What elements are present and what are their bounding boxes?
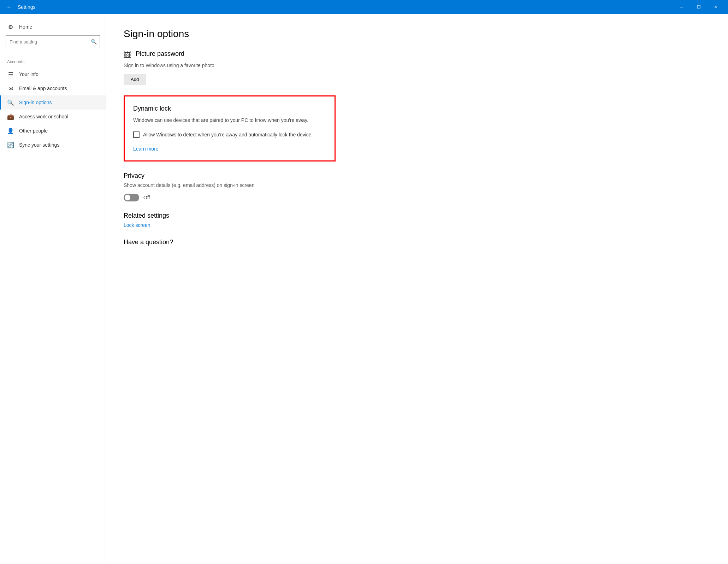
privacy-desc: Show account details (e.g. email address…	[124, 182, 710, 188]
email-icon: ✉	[7, 85, 14, 92]
dynamic-lock-checkbox-row: Allow Windows to detect when you're away…	[133, 131, 326, 139]
sidebar-item-sign-in-options[interactable]: 🔍 Sign-in options	[0, 95, 106, 110]
people-icon: 👤	[7, 127, 14, 134]
sidebar-item-email-accounts[interactable]: ✉ Email & app accounts	[0, 81, 106, 95]
sidebar-item-other-people[interactable]: 👤 Other people	[0, 124, 106, 138]
dynamic-lock-checkbox[interactable]	[133, 131, 140, 138]
sign-in-icon: 🔍	[7, 99, 14, 106]
window-controls: ─ ☐ ✕	[674, 0, 724, 14]
picture-password-title: Picture password	[136, 50, 184, 58]
sidebar-item-email-label: Email & app accounts	[19, 86, 67, 91]
dynamic-lock-title: Dynamic lock	[133, 105, 326, 112]
titlebar-title: Settings	[18, 4, 670, 10]
sidebar-item-people-label: Other people	[19, 128, 48, 134]
back-button[interactable]: ←	[4, 2, 14, 12]
sidebar-home-label: Home	[19, 24, 32, 30]
main-content: Sign-in options 🖼 Picture password Sign …	[106, 14, 728, 564]
related-settings-section: Related settings Lock screen	[124, 212, 710, 228]
maximize-button[interactable]: ☐	[691, 0, 707, 14]
search-button[interactable]: 🔍	[88, 36, 100, 48]
titlebar: ← Settings ─ ☐ ✕	[0, 0, 728, 14]
dynamic-lock-checkbox-label[interactable]: Allow Windows to detect when you're away…	[143, 131, 312, 139]
sidebar-item-work-label: Access work or school	[19, 114, 68, 119]
your-info-icon: ☰	[7, 71, 14, 78]
sidebar-section-accounts: Accounts	[0, 54, 106, 67]
privacy-title: Privacy	[124, 172, 710, 180]
picture-password-section: 🖼 Picture password Sign in to Windows us…	[124, 50, 710, 95]
search-input[interactable]	[6, 37, 88, 47]
sidebar-item-signin-label: Sign-in options	[19, 100, 52, 105]
work-icon: 💼	[7, 113, 14, 120]
privacy-toggle[interactable]	[124, 194, 139, 201]
privacy-toggle-row: Off	[124, 194, 710, 201]
sidebar-item-your-info[interactable]: ☰ Your info	[0, 67, 106, 81]
minimize-button[interactable]: ─	[674, 0, 690, 14]
sync-icon: 🔄	[7, 141, 14, 148]
page-title: Sign-in options	[124, 28, 710, 40]
dynamic-lock-section: Dynamic lock Windows can use devices tha…	[124, 95, 336, 161]
sidebar-item-your-info-label: Your info	[19, 71, 39, 77]
sidebar-item-sync-settings[interactable]: 🔄 Sync your settings	[0, 138, 106, 152]
sidebar: ⚙ Home 🔍 Accounts ☰ Your info ✉ Email & …	[0, 14, 106, 564]
related-settings-title: Related settings	[124, 212, 710, 219]
add-picture-password-button[interactable]: Add	[124, 74, 146, 85]
question-title: Have a question?	[124, 239, 710, 246]
home-icon: ⚙	[7, 23, 14, 30]
close-button[interactable]: ✕	[708, 0, 724, 14]
privacy-toggle-label: Off	[143, 195, 150, 200]
picture-password-desc: Sign in to Windows using a favorite phot…	[124, 63, 710, 68]
sidebar-item-home[interactable]: ⚙ Home	[0, 20, 106, 34]
sidebar-item-sync-label: Sync your settings	[19, 142, 59, 148]
picture-password-icon: 🖼	[124, 51, 131, 60]
dynamic-lock-desc: Windows can use devices that are paired …	[133, 117, 326, 124]
question-section: Have a question?	[124, 239, 710, 246]
learn-more-link[interactable]: Learn more	[133, 146, 159, 152]
lock-screen-link[interactable]: Lock screen	[124, 222, 710, 228]
privacy-section: Privacy Show account details (e.g. email…	[124, 172, 710, 201]
search-box: 🔍	[6, 35, 100, 48]
sidebar-item-access-work[interactable]: 💼 Access work or school	[0, 110, 106, 124]
